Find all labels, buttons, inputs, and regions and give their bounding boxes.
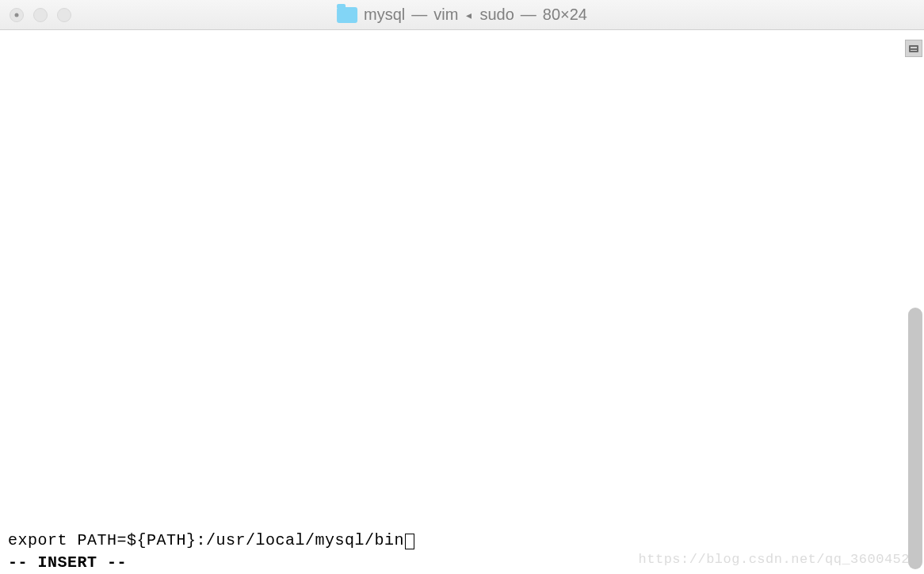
title-dimensions: 80×24 [543, 6, 587, 24]
left-arrow-icon: ◂ [464, 9, 473, 21]
title-parent-process: sudo [479, 6, 514, 24]
title-folder-name: mysql [364, 6, 405, 24]
title-process: vim [433, 6, 458, 24]
scrollbar-thumb[interactable] [908, 308, 922, 569]
title-separator: — [411, 6, 427, 24]
traffic-lights [10, 8, 71, 22]
window-titlebar: mysql — vim ◂ sudo — 80×24 [0, 0, 924, 30]
minimize-window-button[interactable] [33, 8, 48, 22]
folder-icon [337, 7, 357, 23]
title-separator: — [521, 6, 536, 24]
line-text: export PATH=${PATH}:/usr/local/mysql/bin [8, 531, 404, 549]
cursor-icon [405, 534, 414, 549]
zoom-window-button[interactable] [57, 8, 71, 22]
watermark-text: https://blog.csdn.net/qq_3600452 [639, 549, 910, 571]
scrollbar-track[interactable] [907, 30, 924, 574]
close-window-button[interactable] [10, 8, 24, 22]
terminal-body[interactable]: export PATH=${PATH}:/usr/local/mysql/bin… [0, 30, 924, 574]
window-title: mysql — vim ◂ sudo — 80×24 [337, 6, 587, 24]
